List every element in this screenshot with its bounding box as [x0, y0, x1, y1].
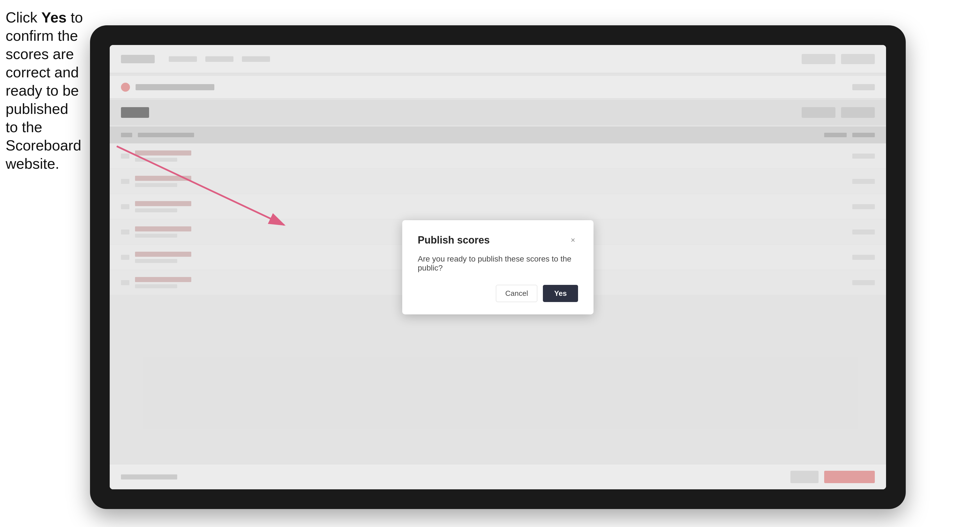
yes-button[interactable]: Yes — [543, 285, 578, 302]
cancel-button[interactable]: Cancel — [496, 285, 537, 302]
annotation-bold: Yes — [41, 9, 67, 25]
modal-body-text: Are you ready to publish these scores to… — [418, 254, 578, 273]
annotation-text: Click Yes to confirm the scores are corr… — [6, 8, 84, 173]
modal-header: Publish scores × — [418, 234, 578, 246]
modal-overlay: Publish scores × Are you ready to publis… — [110, 45, 886, 489]
publish-scores-modal: Publish scores × Are you ready to publis… — [402, 220, 593, 314]
modal-footer: Cancel Yes — [418, 285, 578, 302]
annotation-text-part1: Click — [6, 9, 41, 25]
tablet-device: Publish scores × Are you ready to publis… — [90, 25, 906, 509]
annotation-text-part2: to confirm the scores are correct and re… — [6, 9, 83, 172]
tablet-screen: Publish scores × Are you ready to publis… — [110, 45, 886, 489]
modal-title: Publish scores — [418, 234, 490, 246]
modal-close-button[interactable]: × — [568, 235, 578, 245]
